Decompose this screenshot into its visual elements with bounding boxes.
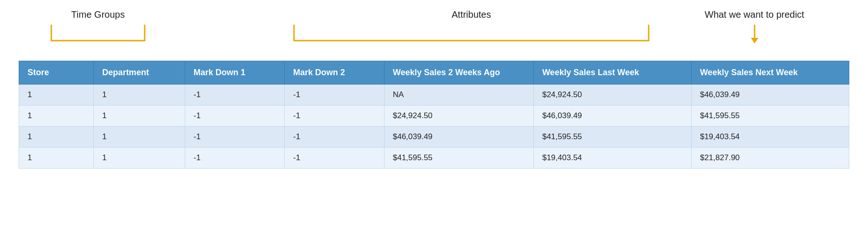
cell-ws2w: NA bbox=[384, 85, 533, 106]
cell-wslw: $24,924.50 bbox=[533, 85, 691, 106]
cell-store: 1 bbox=[19, 106, 94, 127]
table-row: 11-1-1$24,924.50$46,039.49$41,595.55 bbox=[19, 106, 849, 127]
table-body: 11-1-1NA$24,924.50$46,039.4911-1-1$24,92… bbox=[19, 85, 849, 169]
cell-md1: -1 bbox=[185, 127, 284, 148]
annotation-time-groups: Time Groups bbox=[47, 9, 149, 44]
header-md1: Mark Down 1 bbox=[185, 61, 284, 85]
cell-store: 1 bbox=[19, 85, 94, 106]
cell-ws2w: $46,039.49 bbox=[384, 127, 533, 148]
header-wsnw: Weekly Sales Next Week bbox=[691, 61, 849, 85]
cell-md1: -1 bbox=[185, 148, 284, 169]
time-groups-bracket bbox=[47, 23, 149, 44]
cell-wsnw: $46,039.49 bbox=[691, 85, 849, 106]
cell-department: 1 bbox=[94, 148, 185, 169]
annotation-prediction: What we want to predict bbox=[705, 9, 804, 44]
page-container: Time Groups Attributes What we want to p… bbox=[0, 0, 868, 241]
cell-ws2w: $41,595.55 bbox=[384, 148, 533, 169]
table-row: 11-1-1$41,595.55$19,403.54$21,827.90 bbox=[19, 148, 849, 169]
cell-md2: -1 bbox=[285, 106, 384, 127]
annotation-attributes: Attributes bbox=[289, 9, 653, 44]
table-row: 11-1-1$46,039.49$41,595.55$19,403.54 bbox=[19, 127, 849, 148]
prediction-arrow bbox=[745, 23, 764, 44]
header-row: Store Department Mark Down 1 Mark Down 2… bbox=[19, 61, 849, 85]
cell-wsnw: $19,403.54 bbox=[691, 127, 849, 148]
cell-wsnw: $41,595.55 bbox=[691, 106, 849, 127]
attributes-label: Attributes bbox=[452, 9, 491, 20]
attributes-bracket bbox=[289, 23, 653, 44]
header-ws2w: Weekly Sales 2 Weeks Ago bbox=[384, 61, 533, 85]
cell-store: 1 bbox=[19, 148, 94, 169]
cell-department: 1 bbox=[94, 85, 185, 106]
table-wrapper: Store Department Mark Down 1 Mark Down 2… bbox=[19, 61, 849, 169]
header-md2: Mark Down 2 bbox=[285, 61, 384, 85]
cell-department: 1 bbox=[94, 106, 185, 127]
cell-md2: -1 bbox=[285, 127, 384, 148]
cell-wsnw: $21,827.90 bbox=[691, 148, 849, 169]
cell-ws2w: $24,924.50 bbox=[384, 106, 533, 127]
table-row: 11-1-1NA$24,924.50$46,039.49 bbox=[19, 85, 849, 106]
svg-marker-1 bbox=[751, 38, 758, 43]
cell-wslw: $41,595.55 bbox=[533, 127, 691, 148]
annotation-area: Time Groups Attributes What we want to p… bbox=[19, 9, 849, 61]
header-department: Department bbox=[94, 61, 185, 85]
cell-wslw: $19,403.54 bbox=[533, 148, 691, 169]
cell-md2: -1 bbox=[285, 148, 384, 169]
header-store: Store bbox=[19, 61, 94, 85]
cell-store: 1 bbox=[19, 127, 94, 148]
data-table: Store Department Mark Down 1 Mark Down 2… bbox=[19, 61, 849, 169]
time-groups-label: Time Groups bbox=[71, 9, 125, 20]
cell-md1: -1 bbox=[185, 106, 284, 127]
cell-department: 1 bbox=[94, 127, 185, 148]
cell-wslw: $46,039.49 bbox=[533, 106, 691, 127]
header-wslw: Weekly Sales Last Week bbox=[533, 61, 691, 85]
cell-md1: -1 bbox=[185, 85, 284, 106]
prediction-label: What we want to predict bbox=[705, 9, 804, 20]
cell-md2: -1 bbox=[285, 85, 384, 106]
